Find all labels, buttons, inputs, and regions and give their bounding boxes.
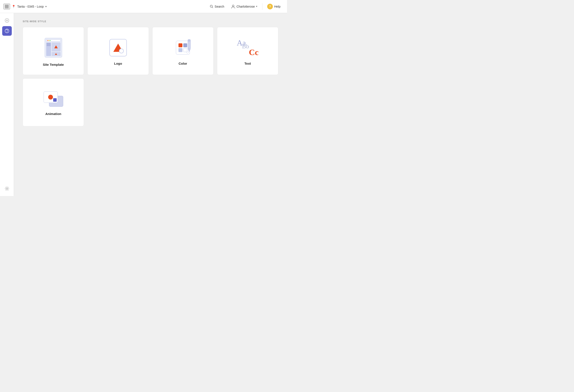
animation-label: Animation [45, 112, 61, 116]
color-label: Color [179, 62, 187, 65]
section-label: SITE-WIDE STYLE [23, 20, 278, 23]
paint-icon [5, 29, 9, 33]
header: 📍 Tanta - 0345 - Loop ▾ Search Charlotte… [0, 0, 287, 13]
color-card[interactable]: Color [152, 27, 214, 75]
sidebar-style-button[interactable] [2, 26, 12, 36]
site-template-icon [45, 38, 62, 58]
top-cards-row: Site Template Logo [23, 27, 278, 75]
svg-rect-11 [188, 39, 190, 42]
text-icon: Aa Bb Cc [237, 39, 258, 56]
site-name: Tanta - 0345 - Loop [17, 5, 43, 8]
main-layout: SITE-WIDE STYLE [0, 13, 287, 196]
gear-icon [5, 186, 9, 191]
user-icon [231, 5, 235, 8]
hamburger-button[interactable] [3, 4, 10, 9]
search-icon [210, 5, 213, 8]
header-divider [262, 3, 262, 10]
sidebar-settings-button[interactable] [2, 184, 12, 193]
help-circle-icon: ? [267, 4, 273, 9]
header-left: 📍 Tanta - 0345 - Loop ▾ [3, 4, 47, 9]
help-button[interactable]: ? Help [264, 2, 284, 11]
user-chevron-icon: ▾ [256, 5, 257, 8]
sidebar [0, 13, 14, 196]
svg-point-8 [6, 188, 8, 190]
animation-icon [43, 92, 63, 107]
plus-icon [5, 18, 9, 23]
color-icon [173, 39, 193, 56]
header-right: Search Charlotterose ▾ ? Help [207, 2, 284, 11]
text-card[interactable]: Aa Bb Cc Text [217, 27, 278, 75]
main-content: SITE-WIDE STYLE [14, 13, 287, 196]
search-button[interactable]: Search [207, 3, 227, 10]
logo-icon [109, 39, 127, 56]
svg-point-7 [6, 32, 7, 32]
location-icon: 📍 [12, 5, 16, 8]
site-template-label: Site Template [43, 63, 64, 66]
bottom-cards-row: Animation [23, 78, 278, 126]
search-label: Search [215, 5, 224, 8]
svg-line-1 [212, 7, 213, 8]
logo-label: Logo [114, 62, 122, 65]
help-label: Help [274, 5, 281, 8]
user-name: Charlotterose [236, 5, 255, 8]
sidebar-add-button[interactable] [2, 16, 12, 25]
chevron-down-icon[interactable]: ▾ [45, 5, 47, 8]
svg-marker-10 [188, 49, 190, 52]
logo-card[interactable]: Logo [87, 27, 149, 75]
text-label: Text [245, 62, 251, 65]
animation-card[interactable]: Animation [23, 78, 84, 126]
user-button[interactable]: Charlotterose ▾ [228, 3, 260, 10]
site-template-card[interactable]: Site Template [23, 27, 84, 75]
svg-point-2 [232, 5, 234, 7]
